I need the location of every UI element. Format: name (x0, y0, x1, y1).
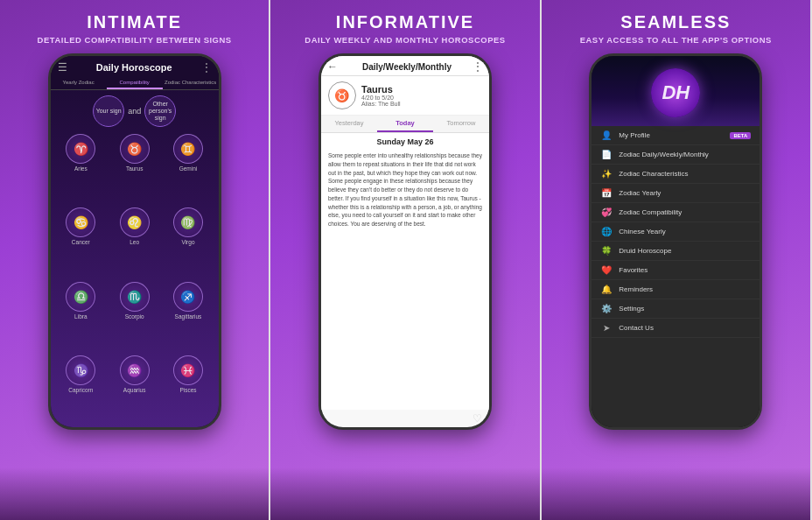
virgo-label: Virgo (181, 239, 194, 245)
sign-sagittarius[interactable]: ♐ Sagittarius (163, 282, 213, 352)
menu-label-druid: Druid Horoscope (619, 247, 751, 255)
sagittarius-label: Sagittarius (175, 313, 202, 320)
taurus-symbol: ♉ (120, 134, 150, 164)
sign-aries[interactable]: ♈ Aries (56, 134, 106, 204)
menu-label-contact: Contact Us (619, 324, 751, 332)
tab-zodiac-characteristics[interactable]: Zodiac Characteristics (163, 77, 219, 89)
sign-pisces[interactable]: ♓ Pisces (163, 355, 213, 425)
menu-settings[interactable]: ⚙️ Settings (592, 299, 760, 319)
p2-header: ← Daily/Weekly/Monthly ⋮ (321, 56, 489, 76)
taurus-sign-symbol: ♉ (328, 81, 356, 109)
phone-1: ☰ Daily Horoscope ⋮ Yearly Zodiac Compat… (48, 53, 221, 430)
horoscope-text: Some people enter into unhealthy relatio… (328, 151, 482, 228)
menu-favorites[interactable]: ❤️ Favorites (592, 261, 760, 280)
panel3-title: SEAMLESS (620, 12, 731, 32)
p2-more-options-icon[interactable]: ⋮ (472, 60, 483, 73)
sign-virgo[interactable]: ♍ Virgo (163, 207, 213, 278)
capricorn-label: Capricorn (68, 387, 93, 393)
menu-label-reminders: Reminders (619, 285, 751, 293)
phone-2: ← Daily/Weekly/Monthly ⋮ ♉ Taurus 4/20 t… (318, 53, 492, 430)
panel3-bg-bottom (542, 467, 810, 520)
zodiac-daily-icon: 📄 (600, 150, 612, 159)
menu-label-my-profile: My Profile (619, 131, 724, 139)
profile-icon: 👤 (600, 130, 612, 140)
zodiac-compat-icon: 💞 (600, 207, 612, 217)
cancer-label: Cancer (72, 239, 90, 245)
menu-label-zodiac-daily: Zodiac Daily/Weekly/Monthly (619, 151, 751, 158)
screen-daily-horoscope: ← Daily/Weekly/Monthly ⋮ ♉ Taurus 4/20 t… (321, 56, 489, 427)
panel-informative: INFORMATIVE DAILY WEEKLY AND MONTHLY HOR… (270, 0, 541, 520)
menu-druid-horoscope[interactable]: 🍀 Druid Horoscope (592, 242, 760, 261)
aquarius-label: Aquarius (123, 387, 146, 393)
favorites-icon: ❤️ (600, 265, 612, 275)
leo-symbol: ♌ (120, 207, 150, 237)
signs-grid: ♈ Aries ♉ Taurus ♊ Gemini ♋ Cancer (51, 132, 219, 427)
aquarius-symbol: ♒ (120, 355, 150, 385)
p1-header: ☰ Daily Horoscope ⋮ (51, 56, 219, 77)
contact-icon: ➤ (600, 323, 612, 333)
screen-menu: DH 👤 My Profile BETA 📄 Zodiac Daily/Week… (592, 56, 760, 427)
p1-app-title: Daily Horoscope (67, 62, 201, 73)
sign-scorpio[interactable]: ♏ Scorpio (109, 282, 159, 352)
sign-capricorn[interactable]: ♑ Capricorn (56, 355, 106, 425)
scorpio-label: Scorpio (125, 313, 144, 320)
menu-chinese-yearly[interactable]: 🌐 Chinese Yearly (592, 222, 760, 242)
logo-area: DH (592, 56, 760, 126)
menu-label-zodiac-yearly: Zodiac Yearly (619, 189, 751, 197)
panel1-title: INTIMATE (87, 12, 182, 32)
menu-zodiac-daily[interactable]: 📄 Zodiac Daily/Weekly/Monthly (592, 145, 760, 165)
sign-gemini[interactable]: ♊ Gemini (163, 134, 213, 204)
menu-label-favorites: Favorites (619, 266, 751, 274)
sign-cancer[interactable]: ♋ Cancer (56, 207, 106, 278)
tab-yearly-zodiac[interactable]: Yearly Zodiac (51, 77, 107, 89)
taurus-label: Taurus (126, 165, 144, 172)
menu-my-profile[interactable]: 👤 My Profile BETA (592, 126, 760, 145)
your-sign-circle[interactable]: Your sign (93, 95, 124, 127)
compatibility-area: Your sign and Other person's sign (51, 90, 219, 132)
sign-libra[interactable]: ♎ Libra (56, 282, 106, 352)
menu-reminders[interactable]: 🔔 Reminders (592, 280, 760, 299)
horoscope-content: Some people enter into unhealthy relatio… (321, 148, 489, 410)
tab-tomorrow[interactable]: Tomorrow (433, 116, 489, 132)
sagittarius-symbol: ♐ (173, 282, 203, 312)
sign-taurus[interactable]: ♉ Taurus (109, 134, 159, 204)
reminders-icon: 🔔 (600, 285, 612, 294)
pisces-label: Pisces (179, 387, 196, 393)
menu-zodiac-compat[interactable]: 💞 Zodiac Compatibility (592, 203, 760, 222)
panel1-bg-bottom (0, 467, 269, 520)
menu-label-chinese-yearly: Chinese Yearly (619, 228, 751, 235)
panel-seamless: SEAMLESS EASY ACCESS TO ALL THE APP'S OP… (542, 0, 812, 520)
sign-alias: Alias: The Bull (361, 101, 482, 107)
settings-icon: ⚙️ (600, 304, 612, 313)
day-tabs: Yesterday Today Tomorrow (321, 116, 489, 133)
sign-info-row: ♉ Taurus 4/20 to 5/20 Alias: The Bull (321, 76, 489, 116)
panel2-title: INFORMATIVE (336, 12, 474, 32)
phone-3: DH 👤 My Profile BETA 📄 Zodiac Daily/Week… (589, 53, 762, 430)
sign-leo[interactable]: ♌ Leo (109, 207, 159, 278)
menu-label-zodiac-compat: Zodiac Compatibility (619, 208, 751, 216)
panel1-subtitle: DETAILED COMPATIBILITY BETWEEN SIGNS (38, 35, 232, 45)
other-sign-circle[interactable]: Other person's sign (144, 95, 176, 127)
date-heading: Sunday May 26 (321, 133, 489, 148)
scorpio-symbol: ♏ (120, 282, 150, 312)
back-icon[interactable]: ← (327, 60, 338, 73)
menu-label-zodiac-char: Zodiac Characteristics (619, 170, 751, 178)
favorite-heart-icon[interactable]: ♡ (321, 410, 489, 427)
aries-symbol: ♈ (66, 134, 95, 164)
tab-yesterday[interactable]: Yesterday (321, 116, 377, 132)
menu-zodiac-characteristics[interactable]: ✨ Zodiac Characteristics (592, 165, 760, 184)
sign-aquarius[interactable]: ♒ Aquarius (109, 355, 159, 425)
tab-today[interactable]: Today (377, 116, 433, 132)
more-options-icon[interactable]: ⋮ (201, 61, 212, 74)
virgo-symbol: ♍ (173, 207, 203, 237)
hamburger-icon[interactable]: ☰ (58, 61, 67, 74)
gemini-symbol: ♊ (173, 134, 203, 164)
tab-compatibility[interactable]: Compatibility (107, 77, 163, 89)
menu-contact-us[interactable]: ➤ Contact Us (592, 319, 760, 338)
screen-compatibility: ☰ Daily Horoscope ⋮ Yearly Zodiac Compat… (51, 56, 219, 427)
app-logo: DH (651, 68, 700, 117)
app-menu: 👤 My Profile BETA 📄 Zodiac Daily/Weekly/… (592, 126, 760, 427)
panel2-bg-bottom (270, 467, 539, 520)
beta-badge: BETA (730, 132, 751, 139)
menu-zodiac-yearly[interactable]: 📅 Zodiac Yearly (592, 184, 760, 203)
